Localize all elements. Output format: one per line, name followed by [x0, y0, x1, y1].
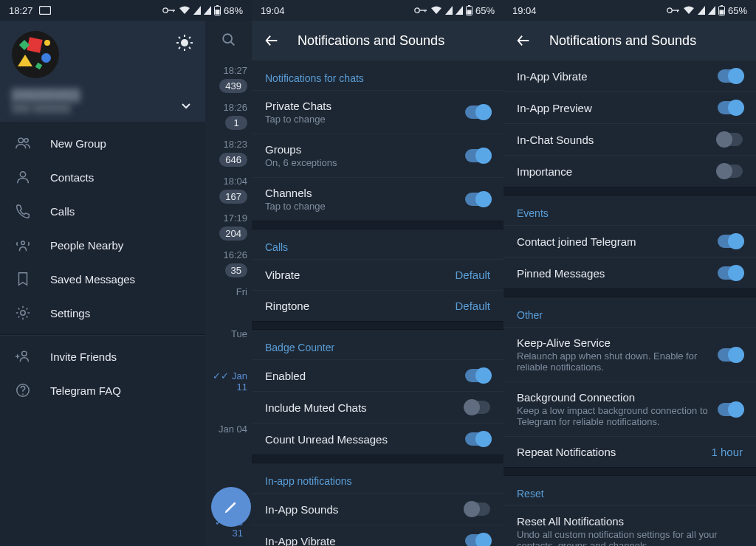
people-icon: [15, 135, 31, 151]
svg-point-34: [667, 8, 672, 13]
back-button[interactable]: [264, 32, 280, 49]
svg-rect-29: [419, 10, 427, 10]
setting-pinned-messages[interactable]: Pinned Messages: [504, 257, 756, 288]
setting-inchat-sounds[interactable]: In-Chat Sounds: [504, 123, 756, 155]
back-button[interactable]: [515, 32, 532, 49]
setting-importance[interactable]: Importance: [504, 155, 756, 187]
menu-settings[interactable]: Settings: [0, 296, 205, 330]
setting-include-muted[interactable]: Include Muted Chats: [252, 391, 504, 423]
setting-groups[interactable]: GroupsOn, 6 exceptions: [252, 134, 504, 177]
bookmark-icon: [15, 271, 31, 287]
chat-row[interactable]: 18:04167: [205, 170, 252, 207]
svg-point-21: [21, 241, 25, 245]
setting-repeat-notifications[interactable]: Repeat Notifications 1 hour: [504, 436, 756, 467]
chat-row[interactable]: Fri: [205, 280, 252, 300]
toggle[interactable]: [465, 149, 490, 162]
setting-private-chats[interactable]: Private ChatsTap to change: [252, 90, 504, 134]
section-header: In-app notifications: [252, 463, 504, 493]
section-header: Badge Counter: [252, 330, 504, 359]
section-header: Notifications for chats: [252, 61, 504, 90]
chat-row[interactable]: 18:23646: [205, 133, 252, 170]
toggle[interactable]: [718, 403, 743, 416]
setting-count-unread[interactable]: Count Unread Messages: [252, 423, 504, 455]
status-time: 19:04: [512, 5, 537, 16]
toggle[interactable]: [718, 266, 743, 280]
menu-label: Telegram FAQ: [50, 384, 121, 397]
setting-badge-enabled[interactable]: Enabled: [252, 359, 504, 391]
chat-row[interactable]: Tue: [205, 322, 252, 342]
toggle[interactable]: [718, 348, 743, 362]
toggle[interactable]: [465, 193, 490, 206]
toggle[interactable]: [465, 432, 490, 446]
account-name: ████████: [12, 89, 193, 101]
setting-inapp-sounds[interactable]: In-App Sounds: [252, 493, 504, 525]
toggle[interactable]: [465, 106, 490, 119]
setting-inapp-vibrate[interactable]: In-App Vibrate: [252, 525, 504, 546]
menu-calls[interactable]: Calls: [0, 194, 205, 228]
toggle[interactable]: [718, 101, 743, 114]
svg-rect-2: [168, 10, 175, 10]
svg-line-8: [230, 42, 234, 46]
page-title: Notifications and Sounds: [549, 33, 696, 49]
menu-new-group[interactable]: New Group: [0, 126, 205, 160]
setting-channels[interactable]: ChannelsTap to change: [252, 177, 504, 221]
svg-rect-6: [215, 10, 219, 15]
wifi-icon: [430, 6, 442, 15]
menu-telegram-faq[interactable]: Telegram FAQ: [0, 373, 205, 407]
toggle[interactable]: [718, 235, 743, 248]
menu-label: Saved Messages: [50, 273, 135, 286]
chat-row[interactable]: 18:27439: [205, 59, 252, 96]
status-time: 19:04: [261, 5, 285, 16]
svg-point-19: [24, 139, 28, 142]
gear-icon: [15, 305, 31, 321]
svg-line-15: [189, 47, 190, 49]
toggle[interactable]: [465, 502, 490, 516]
chat-row[interactable]: ✓ Dec 31: [205, 511, 247, 542]
account-expand-button[interactable]: [180, 100, 192, 111]
menu-contacts[interactable]: Contacts: [0, 160, 205, 194]
menu-invite-friends[interactable]: Invite Friends: [0, 339, 205, 373]
chat-row[interactable]: 18:261: [205, 96, 252, 133]
toggle[interactable]: [718, 165, 743, 178]
app-bar: Notifications and Sounds: [252, 21, 504, 61]
svg-rect-33: [467, 10, 471, 15]
status-time: 18:27: [9, 5, 33, 16]
setting-contact-joined[interactable]: Contact joined Telegram: [504, 225, 756, 257]
menu-label: Settings: [50, 307, 90, 319]
search-button[interactable]: [205, 21, 252, 59]
chat-row[interactable]: Jan 04: [205, 418, 252, 438]
menu-saved-messages[interactable]: Saved Messages: [0, 262, 205, 296]
setting-background-connection[interactable]: Background ConnectionKeep a low impact b…: [504, 381, 756, 436]
toggle[interactable]: [718, 69, 743, 83]
setting-inapp-vibrate[interactable]: In-App Vibrate: [504, 61, 756, 91]
navigation-drawer: ████████ ███ ██████ New Group Contacts C…: [0, 21, 205, 546]
chevron-down-icon: [180, 100, 192, 111]
toggle[interactable]: [465, 369, 490, 382]
menu-people-nearby[interactable]: People Nearby: [0, 228, 205, 262]
setting-inapp-preview[interactable]: In-App Preview: [504, 91, 756, 123]
setting-ringtone[interactable]: Ringtone Default: [252, 290, 504, 321]
toggle[interactable]: [465, 534, 490, 546]
menu-label: Contacts: [50, 171, 94, 184]
chat-row[interactable]: 17:19204: [205, 207, 252, 243]
avatar[interactable]: [12, 31, 59, 78]
setting-reset-all[interactable]: Reset All NotificationsUndo all custom n…: [504, 505, 756, 546]
section-header: Events: [504, 196, 756, 225]
chat-list-sliver: 18:27439 18:261 18:23646 18:04167 17:192…: [205, 21, 252, 546]
signal-icon: [445, 6, 453, 15]
setting-value: Default: [455, 269, 490, 281]
chat-row[interactable]: ✓✓ Jan 11: [205, 364, 252, 395]
svg-line-17: [189, 37, 190, 38]
wifi-icon: [683, 6, 695, 15]
svg-rect-32: [468, 5, 470, 7]
setting-vibrate[interactable]: Vibrate Default: [252, 259, 504, 290]
section-header: Reset: [504, 476, 756, 505]
theme-toggle-button[interactable]: [176, 34, 193, 52]
svg-point-1: [163, 8, 168, 13]
sun-icon: [176, 34, 193, 52]
status-bar: 19:04 65%: [252, 0, 504, 21]
toggle[interactable]: [718, 133, 743, 146]
setting-keep-alive[interactable]: Keep-Alive ServiceRelaunch app when shut…: [504, 327, 756, 381]
chat-row[interactable]: 16:2635: [205, 243, 252, 280]
toggle[interactable]: [465, 401, 490, 414]
